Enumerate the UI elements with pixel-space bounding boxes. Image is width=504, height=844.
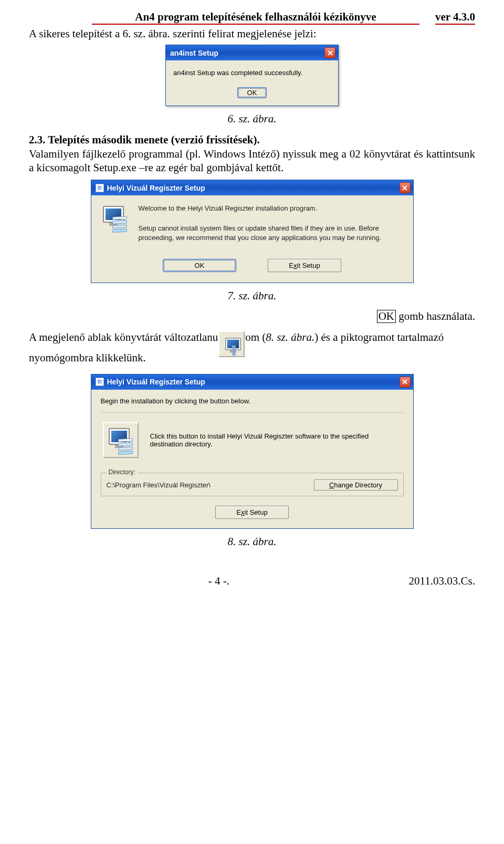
welcome-text: Welcome to the Helyi Vizuál Regiszter in… xyxy=(139,204,404,213)
titlebar: an4inst Setup xyxy=(166,45,338,60)
document-page: An4 program telepítésének felhasználói k… xyxy=(0,0,504,603)
install-description: Click this button to install Helyi Vizuá… xyxy=(150,432,402,448)
doc-version: ver 4.3.0 xyxy=(435,11,475,25)
figure-8-caption: 8. sz. ábra. xyxy=(29,535,475,548)
click-sentence: nyomógombra klikkelünk. xyxy=(29,351,146,364)
dialog-an4inst-setup: an4inst Setup an4inst Setup was complete… xyxy=(165,45,339,106)
doc-title: An4 program telepítésének felhasználói k… xyxy=(92,11,419,25)
ok-boxed-label: OK xyxy=(377,310,396,323)
page-number: - 4 -. xyxy=(208,575,229,588)
figure-6-caption: 6. sz. ábra. xyxy=(29,112,475,126)
footer-date: 2011.03.03.Cs. xyxy=(409,575,475,588)
page-header: An4 program telepítésének felhasználói k… xyxy=(29,11,475,25)
figure-7: Helyi Vizuál Regiszter Setup Welcome to … xyxy=(29,180,475,283)
figure-8: Helyi Vizuál Regiszter Setup Begin the i… xyxy=(29,374,475,529)
figure-7-caption: 7. sz. ábra. xyxy=(29,289,475,303)
pictogram-sentence: A megjelenő ablak könyvtárát változatlan… xyxy=(29,330,475,344)
install-pictogram-button[interactable] xyxy=(218,331,245,357)
section-2-3-heading: 2.3. Telepítés második menete (verzió fr… xyxy=(29,133,475,147)
section-2-3-paragraph: Valamilyen fájlkezelő programmal (pl. Wi… xyxy=(29,147,475,175)
directory-path: C:\Program Files\Vizuál Regiszter\ xyxy=(107,481,303,489)
install-button[interactable] xyxy=(103,422,139,458)
titlebar: Helyi Vizuál Regiszter Setup xyxy=(91,180,413,195)
figure-6: an4inst Setup an4inst Setup was complete… xyxy=(29,45,475,106)
ok-usage-line: OK gomb használata. xyxy=(29,310,475,323)
installer-icon xyxy=(96,184,104,192)
close-icon[interactable] xyxy=(400,377,411,388)
exit-setup-button[interactable]: Exit Setup xyxy=(268,259,341,272)
dialog-hvr-setup-welcome: Helyi Vizuál Regiszter Setup Welcome to … xyxy=(91,180,414,283)
dialog-message: an4inst Setup was completed successfully… xyxy=(173,69,333,77)
exit-setup-button[interactable]: Exit Setup xyxy=(215,506,289,519)
close-icon[interactable] xyxy=(324,47,335,58)
titlebar: Helyi Vizuál Regiszter Setup xyxy=(91,374,413,390)
dialog-title: an4inst Setup xyxy=(170,49,218,57)
paragraph-intro: A sikeres telepítést a 6. sz. ábra. szer… xyxy=(29,27,475,40)
dialog-title: Helyi Vizuál Regiszter Setup xyxy=(107,184,205,192)
directory-group: Directory: C:\Program Files\Vizuál Regis… xyxy=(101,473,404,496)
warning-text: Setup cannot install system files or upd… xyxy=(139,224,404,243)
computer-disks-icon xyxy=(101,204,129,232)
installer-icon xyxy=(96,378,104,386)
ok-button[interactable]: OK xyxy=(163,259,236,272)
inline-pictogram-row: nyomógombra klikkelünk. xyxy=(29,351,475,364)
close-icon[interactable] xyxy=(400,182,411,193)
change-directory-button[interactable]: Change Directory xyxy=(314,480,398,491)
begin-text: Begin the installation by clicking the b… xyxy=(101,397,404,405)
ok-button[interactable]: OK xyxy=(237,87,267,98)
directory-label: Directory: xyxy=(107,468,138,476)
page-footer: - 4 -. 2011.03.03.Cs. xyxy=(29,575,475,588)
dialog-title: Helyi Vizuál Regiszter Setup xyxy=(107,378,205,386)
dialog-hvr-setup-install: Helyi Vizuál Regiszter Setup Begin the i… xyxy=(91,374,414,529)
